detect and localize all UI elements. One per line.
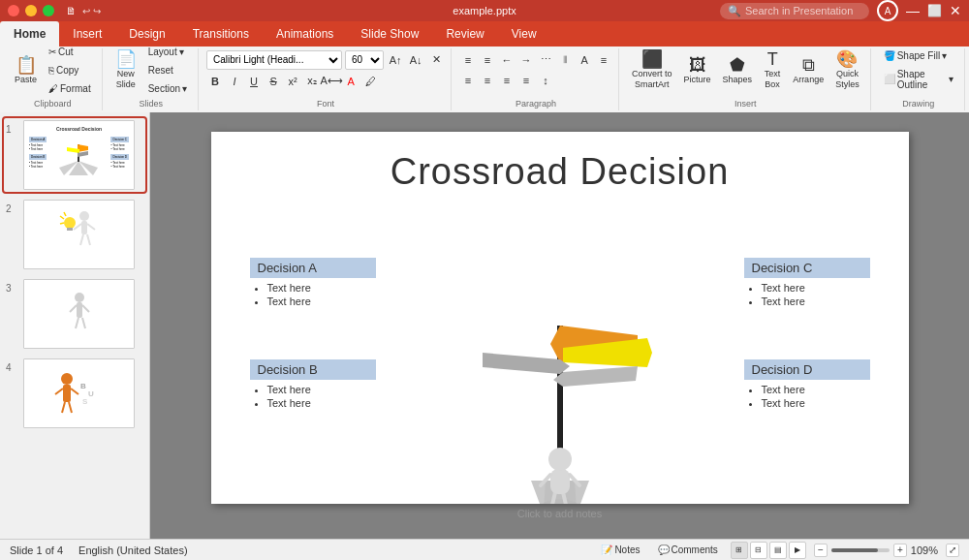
notes-button[interactable]: 📝Notes: [596, 542, 644, 558]
arrange-button[interactable]: ⧉ Arrange: [788, 53, 828, 87]
traffic-light-red[interactable]: [8, 5, 19, 16]
slide-thumb-2[interactable]: 2: [4, 198, 145, 271]
svg-line-12: [87, 234, 90, 245]
align-left-btn[interactable]: ≡: [459, 72, 477, 89]
highlight-btn[interactable]: 🖊: [361, 73, 379, 90]
app-title: example.pptx: [453, 5, 516, 16]
svg-text:U: U: [88, 389, 94, 398]
direction-btn[interactable]: A: [576, 51, 593, 69]
decision-a-bullet-2: Text here: [267, 296, 376, 307]
cut-button[interactable]: ✂Cut: [44, 44, 96, 60]
slide-thumb-3[interactable]: 3: [4, 277, 145, 351]
slide-thumb-1[interactable]: 1 Crossroad Decision Decision A • Text h…: [4, 118, 145, 192]
slide-preview-2: [23, 200, 135, 269]
font-color-btn[interactable]: A: [342, 73, 359, 90]
language-indicator: English (United States): [78, 544, 188, 556]
font-size-select[interactable]: 60: [345, 50, 384, 70]
quick-styles-button[interactable]: 🎨 Quick Styles: [830, 47, 864, 92]
svg-line-20: [70, 305, 77, 312]
convert-smartart-button[interactable]: ⬛ Convert to SmartArt: [627, 47, 677, 92]
minimize-btn[interactable]: —: [906, 3, 920, 18]
zoom-out-btn[interactable]: −: [814, 544, 828, 557]
tab-slideshow[interactable]: Slide Show: [347, 21, 432, 47]
slide-sorter-btn[interactable]: ⊟: [750, 542, 767, 559]
subscript-btn[interactable]: x₂: [303, 73, 321, 90]
shape-fill-button[interactable]: 🪣Shape Fill▾: [879, 47, 958, 64]
zoom-in-btn[interactable]: +: [893, 544, 907, 557]
comments-button[interactable]: 💬Comments: [653, 542, 723, 558]
clear-format-btn[interactable]: ✕: [427, 51, 445, 69]
shapes-button[interactable]: ⬟ Shapes: [718, 53, 758, 87]
traffic-light-yellow[interactable]: [25, 5, 37, 16]
bold-btn[interactable]: B: [206, 73, 224, 90]
decision-b-bullets: Text here Text here: [250, 384, 376, 409]
line-spacing-btn[interactable]: ↕: [537, 72, 554, 89]
svg-rect-8: [81, 221, 87, 234]
svg-line-28: [62, 402, 65, 413]
slideshow-btn[interactable]: ▶: [789, 542, 806, 559]
strikethrough-btn[interactable]: S: [265, 73, 282, 90]
tab-review[interactable]: Review: [432, 21, 497, 47]
drawing-label: Drawing: [873, 99, 964, 109]
superscript-btn[interactable]: x²: [284, 73, 301, 90]
user-avatar[interactable]: A: [877, 0, 898, 21]
increase-font-btn[interactable]: A↑: [387, 51, 404, 69]
slide-preview-1: Crossroad Decision Decision A • Text her…: [23, 120, 135, 190]
decrease-font-btn[interactable]: A↓: [407, 51, 424, 69]
slide-canvas[interactable]: Crossroad Decision Decision A Text here …: [211, 132, 909, 504]
paste-button[interactable]: 📋 Paste: [10, 53, 42, 87]
font-name-select[interactable]: Calibri Light (Headi...: [206, 50, 342, 70]
click-to-add-notes: Click to add notes: [517, 508, 602, 519]
svg-point-7: [79, 211, 89, 221]
tab-animations[interactable]: Animations: [263, 21, 347, 47]
italic-btn[interactable]: I: [226, 73, 243, 90]
columns-btn[interactable]: ⫴: [556, 51, 574, 69]
svg-point-13: [64, 217, 76, 229]
numbering-btn[interactable]: ≡: [479, 51, 496, 69]
search-box[interactable]: 🔍: [720, 3, 869, 19]
svg-line-23: [82, 318, 85, 328]
align-right-btn[interactable]: ≡: [498, 72, 516, 89]
notes-area[interactable]: Click to add notes: [170, 508, 950, 519]
decision-d-bullet-2: Text here: [762, 397, 870, 409]
svg-point-18: [75, 293, 84, 302]
decision-c-bullet-1: Text here: [762, 282, 870, 294]
reset-button[interactable]: Reset: [143, 62, 192, 78]
tab-view[interactable]: View: [498, 21, 550, 47]
textbox-button[interactable]: T Text Box: [759, 47, 786, 92]
traffic-light-green[interactable]: [43, 5, 54, 16]
slide-thumb-4[interactable]: 4 B U S: [4, 357, 145, 430]
layout-button[interactable]: Layout ▾: [143, 44, 192, 60]
slide-preview-3: [23, 279, 135, 349]
char-spacing-btn[interactable]: A⟷: [323, 73, 340, 90]
slides-group: 📄 New Slide Layout ▾ Reset Section ▾ Sli…: [105, 48, 199, 110]
justify-btn[interactable]: ≡: [517, 72, 535, 89]
align-center-btn[interactable]: ≡: [479, 72, 496, 89]
close-btn[interactable]: ✕: [950, 3, 961, 18]
svg-text:S: S: [82, 397, 88, 406]
bullets-btn[interactable]: ≡: [459, 51, 477, 69]
fit-window-btn[interactable]: ⤢: [946, 544, 959, 557]
picture-button[interactable]: 🖼 Picture: [679, 53, 716, 87]
copy-button[interactable]: ⎘Copy: [44, 62, 96, 78]
zoom-level: 109%: [911, 544, 938, 556]
paragraph-label: Paragraph: [453, 99, 618, 109]
decrease-indent-btn[interactable]: ←: [498, 51, 516, 69]
smartart-convert-btn[interactable]: ⋯: [537, 51, 554, 69]
format-painter-button[interactable]: 🖌Format: [44, 80, 96, 97]
svg-line-27: [71, 389, 78, 394]
normal-view-btn[interactable]: ⊞: [731, 542, 748, 559]
slide-num-3: 3: [6, 283, 17, 294]
increase-indent-btn[interactable]: →: [517, 51, 535, 69]
maximize-btn[interactable]: ⬜: [927, 4, 942, 17]
zoom-slider[interactable]: [831, 548, 890, 552]
shape-outline-button[interactable]: ⬜Shape Outline▾: [879, 66, 958, 93]
new-slide-button[interactable]: 📄 New Slide: [110, 47, 141, 92]
crossroad-illustration: [405, 209, 715, 504]
svg-rect-25: [63, 385, 71, 402]
align-text-btn[interactable]: ≡: [595, 51, 612, 69]
underline-btn[interactable]: U: [245, 73, 263, 90]
reading-view-btn[interactable]: ▤: [769, 542, 787, 559]
search-input[interactable]: [745, 5, 861, 16]
section-button[interactable]: Section ▾: [143, 80, 192, 97]
